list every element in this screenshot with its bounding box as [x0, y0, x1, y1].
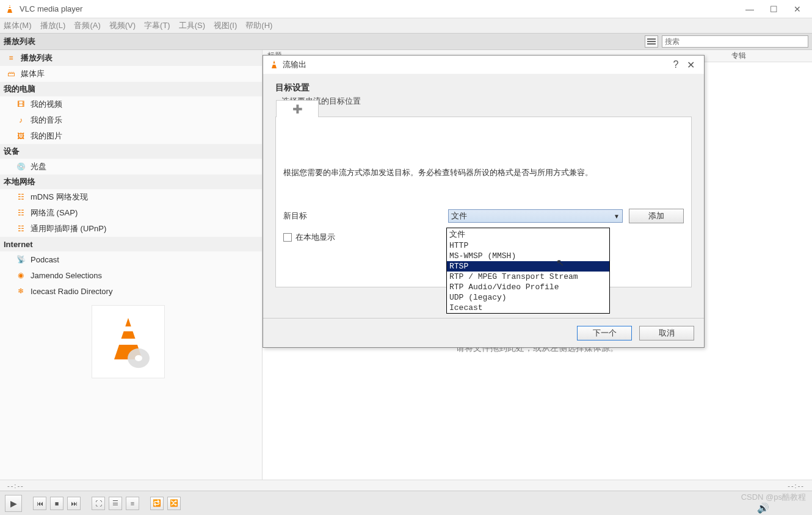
sidebar-header: Internet	[0, 237, 262, 251]
dropdown-option[interactable]: MS-WMSP (MMSH)	[447, 251, 609, 261]
menu-audio[interactable]: 音频(A)	[74, 20, 100, 31]
sidebar-item-label: 光盘	[31, 161, 46, 172]
menu-video[interactable]: 视频(V)	[109, 20, 136, 31]
search-input[interactable]	[662, 35, 808, 48]
sidebar-item-label: Podcast	[31, 255, 59, 264]
window-title: VLC media player	[20, 4, 745, 13]
sidebar-item-label: 媒体库	[21, 68, 45, 79]
music-icon: ♪	[16, 115, 26, 125]
dropdown-option[interactable]: UDP (legacy)	[447, 292, 609, 303]
time-elapsed: --:--	[7, 482, 24, 489]
network-icon: ☷	[16, 192, 26, 202]
sidebar-item-label: 我的视频	[31, 99, 62, 110]
menu-view[interactable]: 视图(I)	[214, 20, 237, 31]
sidebar-item-label: mDNS 网络发现	[31, 192, 88, 203]
dropdown-option[interactable]: RTP Audio/Video Profile	[447, 282, 609, 292]
close-button[interactable]: ✕	[794, 4, 801, 14]
dropdown-option[interactable]: 文件	[447, 228, 609, 240]
time-total: --:--	[788, 482, 805, 489]
add-tab-button[interactable]: ✚	[276, 100, 319, 117]
menubar: 媒体(M) 播放(L) 音频(A) 视频(V) 字幕(T) 工具(S) 视图(I…	[0, 18, 812, 33]
sidebar-item-label: Icecast Radio Directory	[31, 287, 112, 296]
stop-button[interactable]: ■	[50, 497, 63, 510]
sidebar: ≡播放列表🗃媒体库我的电脑🎞我的视频♪我的音乐🖼我的图片设备💿光盘本地网络☷mD…	[0, 50, 263, 491]
picture-icon: 🖼	[16, 131, 26, 141]
vlc-cone-icon	[269, 60, 279, 70]
disc-icon: 💿	[16, 162, 26, 171]
dialog-help-button[interactable]: ?	[669, 59, 683, 70]
vlc-cone-icon	[101, 314, 156, 369]
library-icon: 🗃	[6, 69, 16, 79]
sidebar-item[interactable]: ♪我的音乐	[0, 112, 262, 128]
sidebar-item[interactable]: 💿光盘	[0, 159, 262, 175]
sidebar-item-label: 通用即插即播 (UPnP)	[31, 223, 106, 234]
sidebar-item[interactable]: ≡播放列表	[0, 50, 262, 66]
sidebar-item-label: 网络流 (SAP)	[31, 207, 78, 218]
sidebar-item-label: Jamendo Selections	[31, 271, 102, 280]
shuffle-button[interactable]: 🔀	[167, 497, 181, 510]
network-icon: ☷	[16, 208, 26, 218]
loop-button[interactable]: 🔁	[150, 497, 164, 510]
volume-icon[interactable]: 🔊	[757, 502, 769, 514]
view-toggle-button[interactable]	[645, 35, 658, 48]
svg-rect-2	[9, 6, 11, 7]
sidebar-item[interactable]: ☷mDNS 网络发现	[0, 189, 262, 205]
menu-media[interactable]: 媒体(M)	[4, 20, 32, 31]
column-album[interactable]: 专辑	[731, 51, 746, 61]
play-button[interactable]: ▶	[5, 495, 22, 512]
sidebar-item[interactable]: 🎞我的视频	[0, 96, 262, 112]
prev-button[interactable]: ⏮	[33, 497, 46, 510]
local-display-label: 在本地显示	[295, 232, 335, 243]
chevron-down-icon: ▼	[614, 213, 620, 220]
next-button[interactable]: 下一个	[577, 326, 632, 340]
svg-rect-9	[272, 63, 276, 65]
sidebar-item-label: 我的音乐	[31, 115, 62, 126]
dropdown-option[interactable]: RTP / MPEG Transport Stream	[447, 272, 609, 282]
sidebar-item[interactable]: 🗃媒体库	[0, 66, 262, 82]
playlist-label: 播放列表	[4, 36, 35, 47]
svg-rect-1	[8, 8, 12, 9]
maximize-button[interactable]: ☐	[770, 4, 778, 14]
menu-play[interactable]: 播放(L)	[40, 20, 66, 31]
dialog-heading: 目标设置	[275, 82, 692, 93]
menu-subtitle[interactable]: 字幕(T)	[144, 20, 170, 31]
sidebar-item-label: 播放列表	[21, 52, 53, 63]
watermark-text: CSDN @ps酷教程	[741, 492, 806, 503]
video-icon: 🎞	[16, 99, 26, 109]
icecast-icon: ❄	[16, 286, 26, 296]
dropdown-option[interactable]: RTSP	[447, 261, 609, 272]
ext-settings-button[interactable]: ☰	[109, 497, 122, 510]
sidebar-header: 设备	[0, 144, 262, 159]
window-titlebar: VLC media player — ☐ ✕	[0, 0, 812, 18]
playlist-icon: ≡	[6, 53, 16, 63]
playlist-button[interactable]: ≡	[126, 497, 139, 510]
sidebar-item[interactable]: ◉Jamendo Selections	[0, 267, 262, 283]
svg-rect-5	[121, 326, 135, 331]
cancel-button[interactable]: 取消	[639, 326, 694, 340]
sidebar-item[interactable]: ☷网络流 (SAP)	[0, 205, 262, 221]
dropdown-option[interactable]: Icecast	[447, 303, 609, 313]
sidebar-item[interactable]: 📡Podcast	[0, 251, 262, 267]
menu-tools[interactable]: 工具(S)	[179, 20, 205, 31]
select-value: 文件	[451, 211, 467, 221]
dialog-description: 根据您需要的串流方式添加发送目标。务必检查转码器所设的格式是否与所用方式兼容。	[283, 167, 684, 178]
new-target-label: 新目标	[283, 211, 442, 221]
target-type-dropdown[interactable]: 文件HTTPMS-WMSP (MMSH)RTSPRTP / MPEG Trans…	[446, 228, 610, 314]
target-type-select[interactable]: 文件 ▼	[448, 209, 623, 223]
add-target-button[interactable]: 添加	[629, 209, 684, 223]
sidebar-item[interactable]: ☷通用即插即播 (UPnP)	[0, 221, 262, 237]
playlist-subheader: 播放列表	[0, 33, 812, 50]
dialog-close-button[interactable]: ✕	[683, 59, 698, 71]
dropdown-option[interactable]: HTTP	[447, 240, 609, 251]
local-display-checkbox[interactable]	[283, 233, 292, 242]
minimize-button[interactable]: —	[745, 4, 754, 14]
podcast-icon: 📡	[16, 254, 26, 264]
next-button-playback[interactable]: ⏭	[67, 497, 81, 510]
sidebar-item[interactable]: 🖼我的图片	[0, 128, 262, 144]
fullscreen-button[interactable]: ⛶	[92, 497, 105, 510]
dialog-titlebar: 流输出 ? ✕	[263, 56, 704, 74]
sidebar-item[interactable]: ❄Icecast Radio Directory	[0, 283, 262, 299]
vlc-cone-icon	[5, 4, 15, 14]
menu-help[interactable]: 帮助(H)	[245, 20, 272, 31]
timeline[interactable]: --:-- --:--	[0, 480, 812, 491]
